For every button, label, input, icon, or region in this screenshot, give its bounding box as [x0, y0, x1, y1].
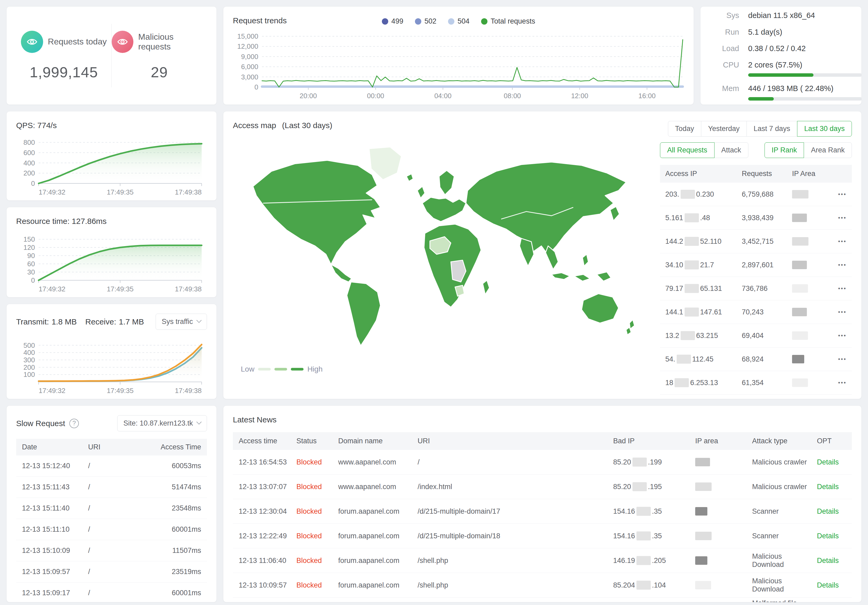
- table-row: 12-13 15:09:57/23519ms: [16, 562, 207, 583]
- request-count: 61,354: [742, 379, 792, 387]
- qps-card: QPS: 774/s 020040060080017:49:3217:49:35…: [6, 111, 217, 201]
- news-time: 12-13 10:09:57: [239, 581, 294, 589]
- resource-time-title: Resource time: 127.86ms: [16, 217, 207, 226]
- ip-area: [792, 190, 829, 199]
- more-menu-icon[interactable]: •••: [829, 356, 846, 363]
- receive-label: Receive:: [85, 317, 116, 326]
- slow-uri: /: [88, 483, 138, 491]
- news-time: 12-13 12:30:04: [239, 507, 294, 515]
- ip-prefix: 203.: [665, 190, 679, 198]
- sysinfo-label: Run: [710, 27, 739, 37]
- news-uri: /: [418, 458, 611, 466]
- table-row: 13.263.21569,404•••: [660, 324, 852, 347]
- sysinfo-value-wrap: 2 cores (57.5%): [748, 60, 862, 77]
- redacted-area: [792, 331, 808, 340]
- svg-text:12,000: 12,000: [237, 42, 258, 50]
- legend-dot-icon: [382, 18, 388, 25]
- ip-prefix: 34.10: [665, 261, 683, 269]
- svg-text:08:00: 08:00: [504, 92, 521, 100]
- requests-today-value: 1,999,145: [29, 64, 98, 81]
- table-row: 54.112.4568,924•••: [660, 347, 852, 371]
- news-table-header: Access timeStatusDomain nameURIBad IPIP …: [233, 432, 852, 450]
- chevron-down-icon: [196, 419, 202, 425]
- slow-request-card: Slow Request ? Site: 10.87.kern123.tk Da…: [6, 405, 217, 602]
- details-link[interactable]: Details: [817, 507, 846, 515]
- tab-yesterday[interactable]: Yesterday: [701, 121, 747, 137]
- tab-area-rank[interactable]: Area Rank: [804, 143, 852, 158]
- slow-uri: /: [88, 589, 138, 597]
- more-menu-icon[interactable]: •••: [829, 309, 846, 315]
- slow-date: 12-13 15:11:40: [22, 504, 88, 512]
- details-link[interactable]: Details: [817, 557, 846, 565]
- svg-text:17:49:32: 17:49:32: [39, 188, 65, 196]
- tab-all-requests[interactable]: All Requests: [660, 143, 715, 158]
- tab-attack[interactable]: Attack: [714, 143, 749, 158]
- news-domain: forum.aapanel.com: [338, 507, 415, 515]
- latest-news-table: Access timeStatusDomain nameURIBad IPIP …: [233, 432, 852, 602]
- legend-dot-icon: [481, 18, 487, 25]
- more-menu-icon[interactable]: •••: [829, 285, 846, 292]
- details-link[interactable]: Details: [817, 581, 846, 589]
- world-map[interactable]: [233, 133, 652, 358]
- details-link[interactable]: Details: [817, 532, 846, 540]
- more-menu-icon[interactable]: •••: [829, 262, 846, 268]
- tab-last-7-days[interactable]: Last 7 days: [747, 121, 797, 137]
- legend-low-label: Low: [241, 365, 254, 374]
- sysinfo-value: 446 / 1983 MB ( 22.48%): [748, 84, 862, 93]
- tab-last-30-days[interactable]: Last 30 days: [797, 121, 852, 137]
- attack-type: Scanner: [752, 507, 814, 515]
- redacted-area: [792, 355, 804, 363]
- more-menu-icon[interactable]: •••: [829, 379, 846, 386]
- tab-today[interactable]: Today: [668, 121, 701, 137]
- svg-text:17:49:38: 17:49:38: [175, 387, 202, 395]
- bad-ip: 85.20.195: [613, 482, 693, 491]
- traffic-chart: 10020030040050017:49:3217:49:3517:49:38: [16, 338, 207, 395]
- redacted-ip-segment: [632, 482, 647, 491]
- slow-date: 12-13 15:10:09: [22, 546, 88, 555]
- mid-swatch: [274, 368, 287, 371]
- system-info-card: Sysdebian 11.5 x86_64Run5.1 day(s)Load0.…: [700, 6, 862, 105]
- redacted-ip-segment: [632, 458, 647, 467]
- request-trends-chart: 03,0006,0009,00012,00015,00020:0000:0004…: [233, 34, 687, 100]
- ip-area: [695, 556, 749, 565]
- svg-text:200: 200: [23, 363, 35, 371]
- low-swatch: [258, 368, 271, 371]
- column-header: Status: [296, 437, 336, 445]
- news-uri: /shell.php: [418, 557, 611, 565]
- help-icon[interactable]: ?: [69, 419, 79, 428]
- legend-label: 502: [425, 17, 436, 25]
- ip-area: [792, 284, 829, 293]
- ip-suffix: 147.61: [700, 308, 722, 316]
- site-dropdown[interactable]: Site: 10.87.kern123.tk: [117, 415, 207, 431]
- ip-area: [792, 214, 829, 222]
- details-link[interactable]: Details: [817, 483, 846, 491]
- traffic-title: Transmit:1.8 MB Receive:1.7 MB: [16, 317, 147, 326]
- ip-area: [695, 532, 749, 540]
- ip-suffix: 0.230: [696, 190, 714, 198]
- resource-time-card: Resource time: 127.86ms 030609012015017:…: [6, 207, 217, 298]
- stats-card: Requests today 1,999,145 Malicious reque…: [6, 6, 217, 105]
- access-ip: 144.1147.61: [665, 307, 742, 316]
- ip-suffix: .199: [648, 458, 662, 466]
- malicious-requests-label: Malicious requests: [138, 32, 207, 51]
- status-badge: Blocked: [296, 532, 336, 540]
- more-menu-icon[interactable]: •••: [829, 191, 846, 198]
- table-row: 144.252.1103,452,715•••: [660, 230, 852, 253]
- attack-type: Malicious crawler: [752, 483, 814, 491]
- details-link[interactable]: Details: [817, 458, 846, 466]
- ip-prefix: 154.16: [613, 507, 635, 515]
- ip-prefix: 146.19: [613, 557, 635, 565]
- tab-ip-rank[interactable]: IP Rank: [764, 143, 804, 158]
- traffic-source-dropdown[interactable]: Sys traffic: [156, 313, 207, 330]
- more-menu-icon[interactable]: •••: [829, 238, 846, 245]
- redacted-area: [695, 556, 707, 565]
- transmit-label: Transmit:: [16, 317, 49, 326]
- more-menu-icon[interactable]: •••: [829, 332, 846, 339]
- table-row: 12-13 15:11:10/60001ms: [16, 519, 207, 540]
- requests-today-label: Requests today: [48, 37, 107, 47]
- svg-text:30: 30: [27, 268, 35, 276]
- more-menu-icon[interactable]: •••: [829, 214, 846, 221]
- redacted-area: [792, 190, 808, 199]
- request-trends-card: Request trends 499502504Total requests 0…: [223, 6, 694, 105]
- ip-area: [792, 308, 829, 316]
